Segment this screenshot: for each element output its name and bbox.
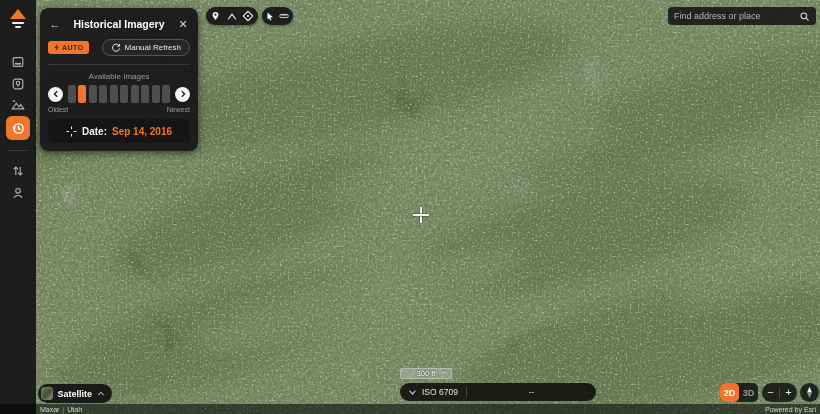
date-display[interactable]: Date: Sep 14, 2016 (48, 119, 190, 143)
image-thumb-9[interactable] (162, 85, 170, 103)
coordinate-value: -- (467, 387, 596, 397)
onx-logo-icon[interactable] (7, 7, 29, 35)
mountains-icon[interactable] (11, 98, 25, 116)
scale-label: 300 ft (417, 369, 436, 378)
attribution-bar: Maxar|Utah Powered by Esri (0, 404, 820, 414)
waypoint-icon[interactable] (11, 77, 25, 95)
powered-by-esri: Powered by Esri (765, 406, 816, 413)
refresh-icon (111, 43, 121, 53)
image-thumb-2[interactable] (89, 85, 97, 103)
basemap-thumbnail (41, 387, 53, 400)
manual-refresh-button[interactable]: Manual Refresh (102, 39, 190, 56)
chevron-up-icon (97, 390, 105, 397)
older-image-button[interactable] (48, 87, 63, 102)
image-thumb-8[interactable] (152, 85, 160, 103)
mode-3d-button[interactable]: 3D (739, 383, 758, 402)
basemap-label: Satellite (58, 389, 93, 399)
newer-image-button[interactable] (175, 87, 190, 102)
coordinates-bar[interactable]: ISO 6709 -- (400, 383, 596, 401)
map-tools-group (206, 7, 258, 25)
image-thumb-0[interactable] (68, 85, 76, 103)
historical-imagery-panel: ← Historical Imagery ✕ AUTO Manual Refre… (40, 8, 198, 151)
image-thumb-3[interactable] (99, 85, 107, 103)
attribution-sources: Maxar|Utah (40, 406, 82, 413)
image-thumb-1[interactable] (78, 85, 86, 103)
zoom-controls: − + (762, 383, 797, 402)
image-thumbnails (68, 85, 171, 103)
discover-diamond-icon[interactable] (242, 10, 254, 22)
image-thumb-6[interactable] (131, 85, 139, 103)
scale-bar: 300 ft (400, 368, 452, 379)
zoom-out-button[interactable]: − (762, 387, 779, 398)
date-value: Sep 14, 2016 (112, 126, 172, 137)
chevron-right-icon (179, 90, 187, 98)
back-button[interactable]: ← (48, 18, 62, 30)
bolt-icon (53, 43, 60, 52)
profile-icon[interactable] (11, 186, 25, 204)
panel-title: Historical Imagery (73, 18, 164, 30)
image-thumb-4[interactable] (110, 85, 118, 103)
chevron-down-icon[interactable] (408, 389, 417, 396)
zoom-in-button[interactable]: + (780, 387, 797, 398)
cursor-icon[interactable] (265, 11, 275, 22)
sidebar (0, 0, 36, 414)
compass-button[interactable] (800, 383, 819, 402)
map-card-icon[interactable] (11, 55, 25, 73)
basemap-selector[interactable]: Satellite (38, 384, 112, 403)
auto-badge[interactable]: AUTO (48, 41, 89, 54)
compass-needle-icon (805, 386, 814, 399)
search-input[interactable] (674, 11, 799, 21)
app-window: Maxar|Utah Powered by Esri (0, 0, 820, 414)
terrain-peak-icon[interactable] (226, 11, 238, 22)
add-waypoint-icon[interactable] (210, 11, 221, 22)
date-label: Date: (82, 126, 107, 137)
historical-imagery-icon[interactable] (6, 116, 30, 140)
transfer-arrows-icon[interactable] (11, 164, 25, 182)
view-mode-toggle: 2D 3D (720, 383, 758, 402)
select-measure-group (262, 7, 293, 25)
date-crosshair-icon (66, 126, 77, 137)
search-bar (668, 7, 816, 25)
ruler-icon[interactable] (278, 11, 290, 21)
oldest-label: Oldest (48, 106, 68, 113)
mode-2d-button[interactable]: 2D (720, 383, 739, 402)
image-thumb-5[interactable] (120, 85, 128, 103)
newest-label: Newest (167, 106, 190, 113)
coordinate-format[interactable]: ISO 6709 (422, 387, 458, 397)
sidebar-divider (9, 150, 27, 151)
chevron-left-icon (52, 90, 60, 98)
available-images-label: Available Images (48, 72, 190, 81)
image-thumb-7[interactable] (141, 85, 149, 103)
search-icon[interactable] (799, 11, 810, 22)
close-button[interactable]: ✕ (176, 18, 190, 31)
